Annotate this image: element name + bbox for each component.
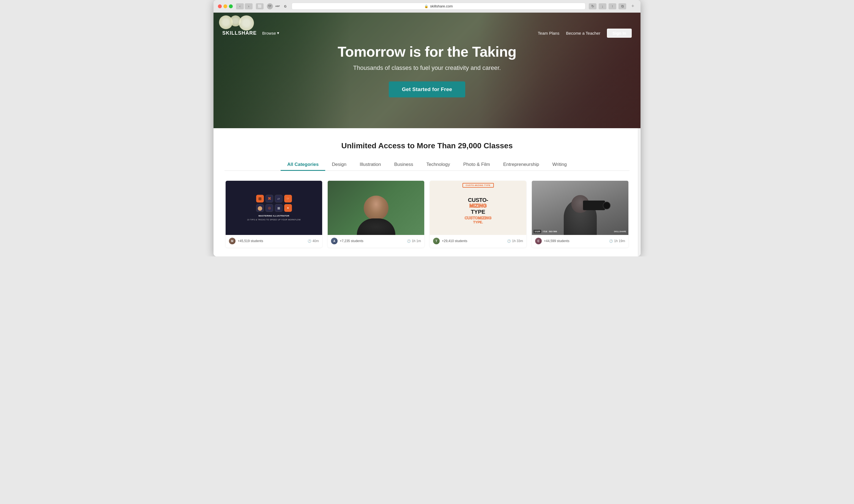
course-duration-2: 🕐 1h 1m xyxy=(407,239,421,243)
toolbar-icons: ↻ ↓ ↑ ⧉ xyxy=(589,3,626,10)
course-duration-4: 🕐 1h 19m xyxy=(609,239,625,243)
person-face xyxy=(364,196,388,220)
course-thumbnail-4: 1/125 f 5.6 ISO 500 SKILLSHARE xyxy=(532,181,629,235)
camera-body xyxy=(583,201,605,210)
extension-g[interactable]: G xyxy=(282,3,288,10)
close-button[interactable] xyxy=(218,4,222,8)
back-button[interactable]: ‹ xyxy=(236,3,244,10)
students-count-1: +45,519 students xyxy=(238,239,263,243)
tab-writing[interactable]: Writing xyxy=(546,159,574,171)
duration-text-4: 1h 19m xyxy=(614,239,625,243)
camera-thumbnail: 1/125 f 5.6 ISO 500 SKILLSHARE xyxy=(532,181,629,235)
url-text: skillshare.com xyxy=(430,4,453,8)
duration-text-2: 1h 1m xyxy=(412,239,421,243)
download-icon[interactable]: ↓ xyxy=(599,3,606,10)
browse-label: Browse xyxy=(262,31,276,35)
browse-chevron-icon: ▾ xyxy=(277,31,279,35)
site-nav: SKILLSHARE Browse ▾ Team Plans Become a … xyxy=(214,25,640,41)
sign-in-button[interactable]: Sign In xyxy=(607,29,632,38)
course-meta-1: M +45,519 students 🕐 40m xyxy=(225,235,322,248)
course-card-4[interactable]: 1/125 f 5.6 ISO 500 SKILLSHARE C xyxy=(532,181,629,248)
person-body xyxy=(357,218,395,235)
tab-technology[interactable]: Technology xyxy=(420,159,457,171)
icon-box-4: ☞ xyxy=(284,195,292,202)
course-meta-left-1: M +45,519 students xyxy=(229,238,263,244)
course-thumbnail-1: ⊞ ⌘ ▱ ☞ ⬤ ◎ ▦ ✦ MASTERING ILLUSTRATOR xyxy=(225,181,322,235)
avatar-3: T xyxy=(433,238,440,244)
get-started-button[interactable]: Get Started for Free xyxy=(389,82,465,97)
browser-window: ‹ › ⬜ 🛡 ABP G 🔒 skillshare.com ↻ ↓ ↑ ⧉ +… xyxy=(214,0,640,256)
course-card-3[interactable]: CUSTO-MIZING TYPE CUSTO- MIZING TYPE CUS… xyxy=(430,181,526,248)
tab-icon[interactable]: ⧉ xyxy=(618,3,626,10)
categories-section: Unlimited Access to More Than 29,000 Cla… xyxy=(214,128,640,256)
tab-illustration[interactable]: Illustration xyxy=(353,159,387,171)
course-duration-1: 🕐 40m xyxy=(308,239,319,243)
minimize-button[interactable] xyxy=(223,4,227,8)
address-bar[interactable]: 🔒 skillshare.com xyxy=(292,3,585,10)
traffic-lights xyxy=(218,4,233,8)
course-card-1[interactable]: ⊞ ⌘ ▱ ☞ ⬤ ◎ ▦ ✦ MASTERING ILLUSTRATOR xyxy=(225,181,322,248)
course-thumbnail-3: CUSTO-MIZING TYPE CUSTO- MIZING TYPE CUS… xyxy=(430,181,526,235)
avatar-2: A xyxy=(331,238,338,244)
reload-icon[interactable]: ↻ xyxy=(589,3,597,10)
clock-icon-1: 🕐 xyxy=(308,239,311,243)
sidebar-toggle[interactable]: ⬜ xyxy=(256,3,264,10)
extension-shield[interactable]: 🛡 xyxy=(267,3,273,10)
hero-subtitle: Thousands of classes to fuel your creati… xyxy=(353,65,501,72)
type-content: CUSTO- MIZING TYPE CUSTOMIZING TYPE. xyxy=(465,197,492,224)
type-badge: CUSTO-MIZING TYPE xyxy=(462,183,494,187)
duration-text-3: 1h 33m xyxy=(512,239,523,243)
icon-box-1: ⊞ xyxy=(256,195,264,202)
become-teacher-link[interactable]: Become a Teacher xyxy=(566,31,600,35)
hero-title: Tomorrow is for the Taking xyxy=(338,43,516,60)
browse-dropdown[interactable]: Browse ▾ xyxy=(262,31,279,35)
course-thumbnail-2 xyxy=(328,181,424,235)
course-meta-left-3: T +29,410 students xyxy=(433,238,467,244)
clock-icon-2: 🕐 xyxy=(407,239,411,243)
extension-abbr[interactable]: ABP xyxy=(275,3,280,10)
site-container: SKILLSHARE Browse ▾ Team Plans Become a … xyxy=(214,13,640,256)
camera-lens xyxy=(603,202,611,209)
fullscreen-button[interactable] xyxy=(229,4,233,8)
tab-photo-film[interactable]: Photo & Film xyxy=(457,159,496,171)
tab-business[interactable]: Business xyxy=(388,159,420,171)
icon-box-5: ⬤ xyxy=(256,204,264,212)
nav-right: Team Plans Become a Teacher Sign In xyxy=(538,29,632,38)
course-meta-left-4: C +44,599 students xyxy=(535,238,569,244)
person-thumbnail xyxy=(328,181,424,235)
categories-tabs: All Categories Design Illustration Busin… xyxy=(224,159,630,171)
nav-buttons: ‹ › xyxy=(236,3,253,10)
course-card-2[interactable]: A +7,235 students 🕐 1h 1m xyxy=(328,181,424,248)
icon-box-2: ⌘ xyxy=(266,195,273,202)
tab-design[interactable]: Design xyxy=(325,159,353,171)
clock-icon-3: 🕐 xyxy=(507,239,511,243)
icon-box-6: ◎ xyxy=(266,204,273,212)
site-logo[interactable]: SKILLSHARE xyxy=(222,30,257,36)
students-count-4: +44,599 students xyxy=(544,239,569,243)
courses-grid: ⊞ ⌘ ▱ ☞ ⬤ ◎ ▦ ✦ MASTERING ILLUSTRATOR xyxy=(224,181,630,248)
forward-button[interactable]: › xyxy=(245,3,253,10)
avatar-1: M xyxy=(229,238,236,244)
tab-entrepreneurship[interactable]: Entrepreneurship xyxy=(496,159,546,171)
camera-person-container xyxy=(532,181,629,235)
illustrator-card-title: MASTERING ILLUSTRATOR 10 TIPS & TRICKS T… xyxy=(247,215,301,221)
share-icon[interactable]: ↑ xyxy=(608,3,616,10)
course-duration-3: 🕐 1h 33m xyxy=(507,239,523,243)
students-count-2: +7,235 students xyxy=(340,239,363,243)
icon-box-7: ▦ xyxy=(275,204,283,212)
section-title: Unlimited Access to More Than 29,000 Cla… xyxy=(224,141,630,150)
avatar-4: C xyxy=(535,238,542,244)
course-meta-left-2: A +7,235 students xyxy=(331,238,363,244)
extensions-area: 🛡 ABP G xyxy=(267,3,288,10)
tab-all-categories[interactable]: All Categories xyxy=(280,159,325,171)
duration-text-1: 40m xyxy=(312,239,319,243)
new-tab-button[interactable]: + xyxy=(630,3,636,10)
lock-icon: 🔒 xyxy=(424,4,429,8)
skillshare-watermark: SKILLSHARE xyxy=(614,228,626,233)
illustrator-icons: ⊞ ⌘ ▱ ☞ ⬤ ◎ ▦ ✦ xyxy=(256,195,292,212)
browser-toolbar: ‹ › ⬜ 🛡 ABP G 🔒 skillshare.com ↻ ↓ ↑ ⧉ + xyxy=(214,0,640,13)
team-plans-link[interactable]: Team Plans xyxy=(538,31,559,35)
icon-box-8: ✦ xyxy=(284,204,292,212)
typography-thumbnail: CUSTO-MIZING TYPE CUSTO- MIZING TYPE CUS… xyxy=(430,181,526,235)
course-meta-3: T +29,410 students 🕐 1h 33m xyxy=(430,235,526,248)
